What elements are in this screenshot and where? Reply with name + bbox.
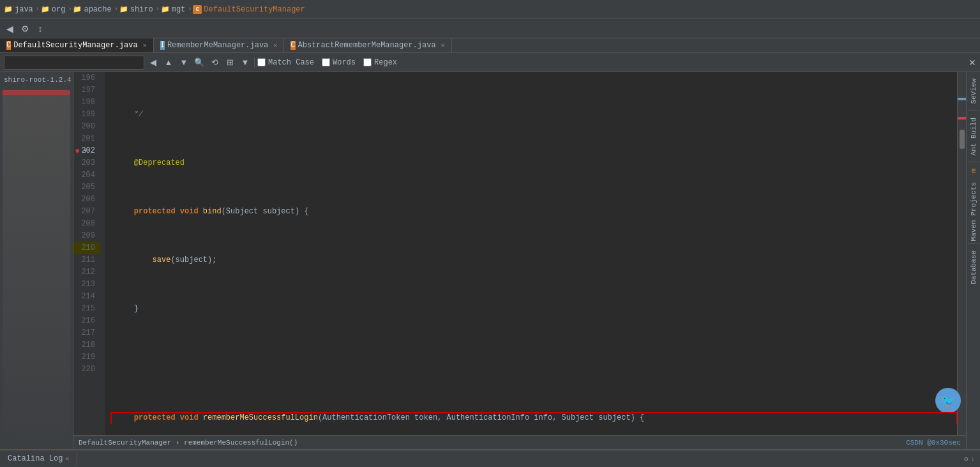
line-num-217: 217 bbox=[73, 327, 100, 339]
back-button[interactable]: ◀ bbox=[3, 22, 17, 36]
find-close-button[interactable]: ✕ bbox=[969, 57, 976, 68]
code-content[interactable]: */ @Deprecated protected void bind(Subje… bbox=[105, 72, 957, 435]
line-num-210: 210 bbox=[73, 242, 100, 254]
code-line-196: */ bbox=[110, 109, 957, 121]
maven-panel[interactable]: m bbox=[969, 162, 979, 180]
line-num-204: 204 bbox=[73, 169, 100, 181]
tab-close-button[interactable]: ✕ bbox=[143, 42, 147, 49]
left-panel: shiro-root-1.2.4 bbox=[0, 72, 73, 449]
line-num-199: 199 bbox=[73, 109, 100, 121]
find-separator bbox=[254, 57, 255, 68]
line-num-206: 206 bbox=[73, 194, 100, 206]
line-num-219: 219 bbox=[73, 351, 100, 364]
tab-close-button[interactable]: ✕ bbox=[441, 42, 445, 49]
search-input[interactable] bbox=[4, 56, 144, 70]
bottom-actions: ⚙ ↓ bbox=[964, 455, 980, 463]
words-checkbox[interactable]: Words bbox=[322, 58, 356, 67]
regex-checkbox[interactable]: Regex bbox=[363, 58, 397, 67]
folder-icon: 📁 bbox=[41, 5, 50, 13]
toggle-button[interactable]: ↕ bbox=[33, 22, 47, 36]
folder-icon: 📁 bbox=[119, 5, 128, 13]
line-num-200: 200 bbox=[73, 121, 100, 133]
code-line-202: protected void rememberMeSuccessfulLogin… bbox=[110, 412, 957, 424]
line-num-218: 218 bbox=[73, 339, 100, 351]
code-area[interactable]: 196 197 198 199 200 201 ● ▼ 202 203 204 … bbox=[73, 72, 966, 435]
find-replace-button[interactable]: ⟲ bbox=[208, 56, 221, 69]
find-bar: ◀ ▲ ▼ 🔍 ⟲ ⊞ ▼ Match Case Words Regex ✕ bbox=[0, 53, 980, 72]
file-c-icon: C bbox=[290, 41, 295, 50]
tab-default-security-manager[interactable]: C DefaultSecurityManager.java ✕ bbox=[0, 38, 154, 52]
nav-mgt[interactable]: 📁 mgt bbox=[161, 5, 186, 14]
scroll-marker-info bbox=[958, 98, 966, 100]
code-line-199: save(subject); bbox=[110, 254, 957, 266]
nav-arrow: › bbox=[36, 6, 40, 13]
line-num-212: 212 bbox=[73, 266, 100, 279]
bird-icon: 🐦 bbox=[935, 388, 961, 413]
settings-button[interactable]: ⚙ bbox=[18, 22, 32, 36]
nav-java[interactable]: 📁 java bbox=[4, 5, 33, 14]
bottom-panel: Catalina Log ✕ ⚙ ↓ bbox=[0, 449, 980, 467]
mini-map bbox=[3, 90, 70, 447]
nav-shiro[interactable]: 📁 shiro bbox=[119, 5, 153, 14]
fold-arrow-icon: ▼ bbox=[84, 145, 87, 157]
ant-build-panel[interactable]: Ant Build bbox=[969, 111, 979, 162]
project-label: shiro-root-1.2.4 bbox=[0, 72, 73, 88]
words-input[interactable] bbox=[322, 58, 330, 66]
line-num-216: 216 bbox=[73, 315, 100, 327]
line-num-209: 209 bbox=[73, 230, 100, 242]
find-up-button[interactable]: ▲ bbox=[162, 56, 175, 69]
status-bar: DefaultSecurityManager › rememberMeSucce… bbox=[73, 435, 966, 449]
code-line-197: @Deprecated bbox=[110, 157, 957, 169]
status-breadcrumb: DefaultSecurityManager › rememberMeSucce… bbox=[79, 439, 298, 447]
editor-toolbar: ◀ ⚙ ↕ bbox=[0, 19, 980, 38]
line-num-215: 215 bbox=[73, 303, 100, 315]
find-funnel-button[interactable]: ▼ bbox=[239, 56, 252, 69]
code-line-200: } bbox=[110, 303, 957, 315]
file-c-icon: C bbox=[193, 5, 202, 14]
line-num-214: 214 bbox=[73, 291, 100, 303]
tab-remember-me-manager[interactable]: I RememberMeManager.java ✕ bbox=[154, 38, 285, 52]
scroll-thumb bbox=[960, 130, 965, 149]
nav-file[interactable]: C DefaultSecurityManager bbox=[193, 5, 305, 14]
download-icon[interactable]: ↓ bbox=[970, 455, 975, 463]
find-filter-button[interactable]: ⊞ bbox=[223, 56, 236, 69]
code-line-201 bbox=[110, 351, 957, 364]
nav-apache[interactable]: 📁 apache bbox=[73, 5, 111, 14]
annotation-span: @Deprecated bbox=[116, 157, 185, 169]
line-numbers: 196 197 198 199 200 201 ● ▼ 202 203 204 … bbox=[73, 72, 105, 435]
folder-icon: 📁 bbox=[4, 5, 13, 13]
editor-tabs: C DefaultSecurityManager.java ✕ I Rememb… bbox=[0, 38, 980, 53]
database-panel[interactable]: Database bbox=[969, 244, 979, 291]
folder-icon: 📁 bbox=[73, 5, 82, 13]
scroll-marker-error bbox=[958, 117, 966, 119]
code-line-198: protected void bind(Subject subject) { bbox=[110, 206, 957, 218]
find-search-button[interactable]: 🔍 bbox=[193, 56, 206, 69]
line-num-220: 220 bbox=[73, 364, 100, 376]
catalina-log-tab[interactable]: Catalina Log ✕ bbox=[0, 452, 77, 466]
regex-input[interactable] bbox=[363, 58, 372, 66]
match-case-input[interactable] bbox=[257, 58, 266, 66]
right-panels: SeView Ant Build m Maven Projects Databa… bbox=[966, 72, 980, 449]
comment-span: */ bbox=[116, 109, 143, 121]
tab-abstract-remember-me-manager[interactable]: C AbstractRememberMeManager.java ✕ bbox=[284, 38, 451, 52]
line-num-211: 211 bbox=[73, 254, 100, 266]
match-case-checkbox[interactable]: Match Case bbox=[257, 58, 314, 67]
line-num-207: 207 bbox=[73, 206, 100, 218]
breadcrumb-bar: 📁 java › 📁 org › 📁 apache › 📁 shiro › 📁 … bbox=[0, 0, 980, 19]
line-num-202: ● ▼ 202 bbox=[73, 145, 100, 157]
seview-panel[interactable]: SeView bbox=[969, 72, 979, 111]
line-num-196: 196 bbox=[73, 72, 100, 84]
tab-close-icon[interactable]: ✕ bbox=[65, 455, 69, 463]
line-num-197: 197 bbox=[73, 84, 100, 96]
nav-org[interactable]: 📁 org bbox=[41, 5, 66, 14]
line-num-203: 203 bbox=[73, 157, 100, 169]
maven-projects-panel[interactable]: Maven Projects bbox=[969, 180, 979, 243]
status-right: CSDN @0x30sec bbox=[906, 439, 961, 447]
scrollbar-minimap[interactable] bbox=[957, 72, 966, 435]
file-c-icon: C bbox=[6, 41, 11, 50]
tab-close-button[interactable]: ✕ bbox=[273, 42, 277, 49]
settings-icon[interactable]: ⚙ bbox=[964, 455, 969, 463]
folder-icon: 📁 bbox=[161, 5, 170, 13]
find-down-button[interactable]: ▼ bbox=[177, 56, 190, 69]
find-prev-button[interactable]: ◀ bbox=[147, 56, 160, 69]
